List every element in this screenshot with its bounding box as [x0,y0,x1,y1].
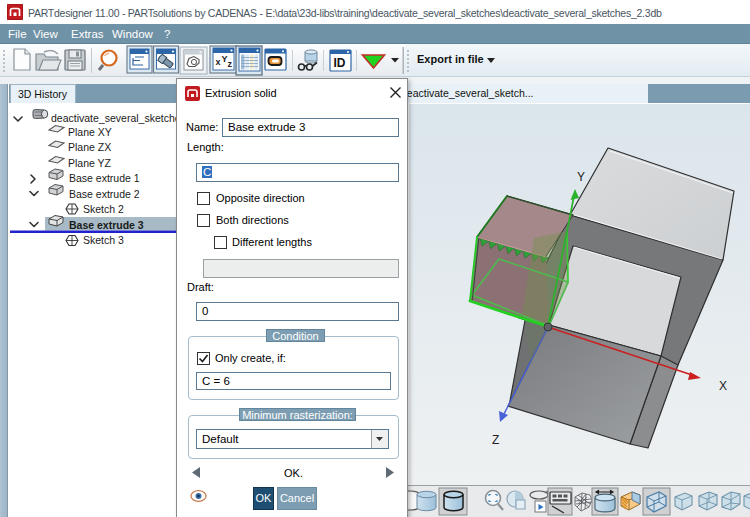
svg-text:x: x [216,57,221,67]
svg-text:Y: Y [577,170,585,184]
svg-text:ID: ID [334,56,346,70]
svg-text:Z: Z [492,433,499,447]
svg-text:z: z [228,59,233,69]
svg-text:X: X [719,379,727,393]
svg-text:Export in file: Export in file [417,53,484,65]
